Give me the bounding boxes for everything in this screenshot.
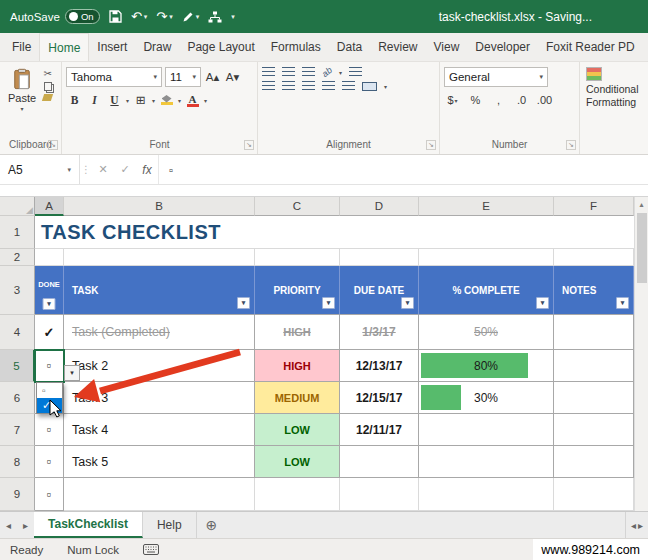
- caret-down-icon[interactable]: ▾: [204, 97, 207, 104]
- cell-A4[interactable]: ✓: [35, 315, 64, 350]
- font-name-combo[interactable]: Tahoma ▾: [66, 67, 162, 87]
- cell-B4[interactable]: Task (Completed): [64, 315, 255, 350]
- sheet-tab-help[interactable]: Help: [143, 512, 197, 538]
- select-all-corner[interactable]: ◢: [0, 197, 35, 216]
- cell-B5[interactable]: Task 2: [64, 350, 255, 382]
- borders-button[interactable]: ⊞: [132, 91, 149, 109]
- row-header-3[interactable]: 3: [0, 266, 35, 315]
- tab-foxit-reader[interactable]: Foxit Reader PD: [538, 33, 643, 61]
- autosave-toggle[interactable]: AutoSave On: [10, 9, 100, 24]
- paste-button[interactable]: Paste ▾: [4, 67, 40, 113]
- horizontal-scrollbar[interactable]: ◂ ▸: [625, 512, 648, 538]
- tab-formulas[interactable]: Formulas: [263, 33, 329, 61]
- header-priority-cell[interactable]: PRIORITY ▾: [255, 266, 340, 315]
- cell-C2[interactable]: [255, 249, 340, 266]
- flowchart-button[interactable]: [208, 11, 222, 23]
- cell-B8[interactable]: Task 5: [64, 446, 255, 478]
- accounting-format-button[interactable]: $ ▾: [444, 91, 461, 109]
- scrollbar-thumb[interactable]: [637, 213, 647, 283]
- bold-button[interactable]: B: [66, 91, 83, 109]
- filter-button[interactable]: ▾: [237, 297, 250, 309]
- number-format-combo[interactable]: General ▾: [444, 67, 548, 87]
- cell-F5[interactable]: [554, 350, 634, 382]
- italic-button[interactable]: I: [86, 91, 103, 109]
- insert-function-button[interactable]: fx: [136, 155, 158, 184]
- cancel-entry-button[interactable]: ✕: [92, 155, 114, 184]
- filter-button[interactable]: ▾: [43, 298, 56, 310]
- keyboard-icon[interactable]: [143, 544, 159, 555]
- cell-F7[interactable]: [554, 414, 634, 446]
- caret-down-icon[interactable]: ▾: [178, 97, 181, 104]
- row-header-8[interactable]: 8: [0, 446, 35, 478]
- cell-F6[interactable]: [554, 382, 634, 414]
- font-dialog-launcher-icon[interactable]: ↘: [244, 140, 254, 150]
- cell-D6[interactable]: 12/15/17: [340, 382, 419, 414]
- new-sheet-button[interactable]: ⊕: [197, 512, 227, 538]
- header-done-cell[interactable]: DONE ▾: [35, 266, 64, 315]
- shrink-font-button[interactable]: A▾: [224, 68, 241, 86]
- formula-input[interactable]: ▫: [158, 155, 648, 184]
- sheet-tab-taskchecklist[interactable]: TaskChecklist: [34, 512, 143, 538]
- sheet-nav-right-icon[interactable]: ▸: [17, 512, 34, 538]
- filter-button[interactable]: ▾: [322, 297, 335, 309]
- underline-button[interactable]: U: [106, 91, 123, 109]
- tab-developer[interactable]: Developer: [467, 33, 538, 61]
- row-header-2[interactable]: 2: [0, 249, 35, 266]
- tab-view[interactable]: View: [426, 33, 468, 61]
- orientation-icon[interactable]: ab: [320, 65, 334, 79]
- cell-F9[interactable]: [554, 478, 634, 511]
- dropdown-option-checked[interactable]: ✓: [37, 398, 62, 413]
- dropdown-option-unchecked[interactable]: ▫: [37, 383, 62, 398]
- validation-dropdown-button[interactable]: ▾: [64, 365, 80, 381]
- row-header-5[interactable]: 5: [0, 350, 35, 382]
- column-header-F[interactable]: F: [554, 197, 634, 216]
- undo-button[interactable]: ↶ ▾: [131, 10, 147, 23]
- cell-E6[interactable]: 30%: [419, 382, 554, 414]
- cell-E9[interactable]: [419, 478, 554, 511]
- cell-C6[interactable]: MEDIUM: [255, 382, 340, 414]
- cell-D7[interactable]: 12/11/17: [340, 414, 419, 446]
- column-header-C[interactable]: C: [255, 197, 340, 216]
- cell-B2[interactable]: [64, 249, 255, 266]
- tab-draw[interactable]: Draw: [135, 33, 179, 61]
- row-header-1[interactable]: 1: [0, 216, 35, 249]
- tab-file[interactable]: File: [4, 33, 39, 61]
- filter-button[interactable]: ▾: [536, 297, 549, 309]
- cell-D5[interactable]: 12/13/17: [340, 350, 419, 382]
- format-painter-icon[interactable]: [42, 94, 53, 101]
- ink-button[interactable]: ▾: [182, 11, 200, 23]
- cell-C8[interactable]: LOW: [255, 446, 340, 478]
- number-dialog-launcher-icon[interactable]: ↘: [566, 140, 576, 150]
- align-right-icon[interactable]: [302, 81, 315, 91]
- scroll-left-icon[interactable]: ◂: [631, 520, 636, 531]
- cell-F4[interactable]: [554, 315, 634, 350]
- tab-insert[interactable]: Insert: [89, 33, 135, 61]
- cell-D9[interactable]: [340, 478, 419, 511]
- fill-color-button[interactable]: [158, 91, 175, 109]
- cell-F2[interactable]: [554, 249, 634, 266]
- decrease-decimal-button[interactable]: .00: [536, 91, 553, 109]
- cell-C4[interactable]: HIGH: [255, 315, 340, 350]
- cell-E7[interactable]: [419, 414, 554, 446]
- drag-handle-icon[interactable]: ⋮: [80, 155, 92, 184]
- grow-font-button[interactable]: A▴: [204, 68, 221, 86]
- cell-B6[interactable]: Task 3: [64, 382, 255, 414]
- cell-D8[interactable]: [340, 446, 419, 478]
- caret-down-icon[interactable]: ▾: [126, 97, 129, 104]
- row-header-6[interactable]: 6: [0, 382, 35, 414]
- cell-A5-selected[interactable]: ▫: [35, 350, 64, 382]
- copy-icon[interactable]: [44, 82, 52, 91]
- vertical-scrollbar[interactable]: ▴: [634, 197, 648, 511]
- header-duedate-cell[interactable]: DUE DATE ▾: [340, 266, 419, 315]
- clipboard-dialog-launcher-icon[interactable]: ↘: [48, 140, 58, 150]
- tab-review[interactable]: Review: [370, 33, 425, 61]
- conditional-formatting-button[interactable]: Conditional Formatting: [584, 67, 641, 109]
- cell-E8[interactable]: [419, 446, 554, 478]
- filter-button[interactable]: ▾: [401, 297, 414, 309]
- cell-D2[interactable]: [340, 249, 419, 266]
- scroll-right-icon[interactable]: ▸: [638, 520, 643, 531]
- merge-center-icon[interactable]: [362, 82, 377, 91]
- align-left-icon[interactable]: [262, 81, 275, 91]
- tab-data[interactable]: Data: [329, 33, 370, 61]
- title-cell[interactable]: TASK CHECKLIST: [35, 216, 648, 249]
